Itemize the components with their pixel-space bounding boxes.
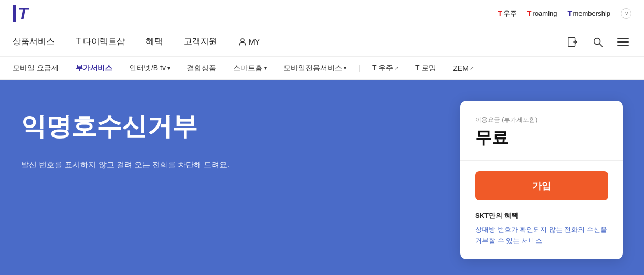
nav-item-support[interactable]: 고객지원 — [173, 27, 228, 57]
t-roaming-link[interactable]: T roaming — [527, 9, 557, 17]
search-icon — [592, 36, 604, 48]
join-button[interactable]: 가입 — [475, 171, 608, 200]
t-roaming-prefix: T — [527, 9, 532, 17]
t-wooju-text: 우주 — [503, 9, 517, 18]
chevron-down-icon: ▾ — [344, 65, 346, 71]
logo[interactable]: T — [13, 5, 27, 22]
svg-line-3 — [599, 44, 602, 46]
hero-title: 익명호수신거부 — [21, 111, 460, 142]
svg-point-0 — [241, 39, 244, 42]
t-membership-prefix: T — [568, 9, 572, 17]
benefit-title: SKT만의 혜택 — [475, 211, 608, 220]
nav-item-my[interactable]: MY — [228, 27, 270, 57]
sub-nav-mobile-fee[interactable]: 모바일 요금제 — [13, 57, 67, 80]
search-button[interactable] — [589, 34, 606, 50]
t-wooju-prefix: T — [498, 9, 502, 17]
t-membership-link[interactable]: T membership — [568, 9, 610, 17]
nav-icons — [564, 34, 631, 50]
nav-item-direct[interactable]: T 다이렉트샵 — [65, 27, 135, 57]
hero-description: 발신 번호를 표시하지 않고 걸려 오는 전화를 차단해 드려요. — [21, 158, 460, 171]
sub-nav-t-roaming-ext[interactable]: T 로밍 — [407, 57, 445, 80]
external-link-icon: ↗ — [394, 65, 398, 71]
benefit-description: 상대방 번호가 확인되지 않는 전화의 수신을 거부할 수 있는 서비스 — [475, 225, 608, 247]
hero-content: 익명호수신거부 발신 번호를 표시하지 않고 걸려 오는 전화를 차단해 드려요… — [21, 111, 460, 171]
external-link-icon: ↗ — [470, 65, 474, 71]
sub-nav-divider — [359, 65, 360, 72]
sub-nav-zem-ext[interactable]: ZEM ↗ — [445, 57, 482, 80]
sub-nav-mobile-only[interactable]: 모바일전용서비스 ▾ — [275, 57, 355, 80]
sub-nav: 모바일 요금제 부가서비스 인터넷/B tv ▾ 결합상품 스마트홈 ▾ 모바일… — [0, 57, 644, 80]
hamburger-menu-button[interactable] — [615, 34, 631, 50]
sub-nav-t-wooju-ext[interactable]: T 우주 ↗ — [364, 57, 407, 80]
sub-nav-smarthome[interactable]: 스마트홈 ▾ — [225, 57, 275, 80]
chevron-down-icon[interactable]: ∨ — [621, 8, 631, 19]
sub-nav-bundle[interactable]: 결합상품 — [178, 57, 225, 80]
logo-t-icon: T — [13, 5, 27, 22]
top-links: T 우주 T roaming T membership ∨ — [498, 8, 631, 19]
main-nav: 상품서비스 T 다이렉트샵 혜택 고객지원 MY — [0, 27, 644, 57]
t-wooju-link[interactable]: T 우주 — [498, 9, 517, 18]
login-icon — [567, 36, 578, 48]
login-button[interactable] — [564, 34, 581, 50]
hamburger-icon — [617, 38, 629, 46]
t-roaming-text: roaming — [533, 9, 557, 17]
nav-item-benefits[interactable]: 혜택 — [135, 27, 173, 57]
sub-nav-internet-btv[interactable]: 인터넷/B tv ▾ — [121, 57, 178, 80]
top-bar: T T 우주 T roaming T membership ∨ — [0, 0, 644, 27]
person-icon — [238, 38, 247, 46]
fee-value: 무료 — [475, 126, 608, 150]
fee-label: 이용요금 (부가세포함) — [475, 115, 608, 124]
sub-nav-addon[interactable]: 부가서비스 — [67, 57, 121, 80]
t-membership-text: membership — [573, 9, 610, 17]
chevron-down-icon: ▾ — [167, 65, 170, 71]
card-divider — [460, 160, 623, 161]
chevron-down-icon: ▾ — [264, 65, 267, 71]
signup-card: 이용요금 (부가세포함) 무료 가입 SKT만의 혜택 상대방 번호가 확인되지… — [460, 101, 623, 259]
nav-item-products[interactable]: 상품서비스 — [13, 27, 65, 57]
hero-section: 익명호수신거부 발신 번호를 표시하지 않고 걸려 오는 전화를 차단해 드려요… — [0, 80, 644, 275]
